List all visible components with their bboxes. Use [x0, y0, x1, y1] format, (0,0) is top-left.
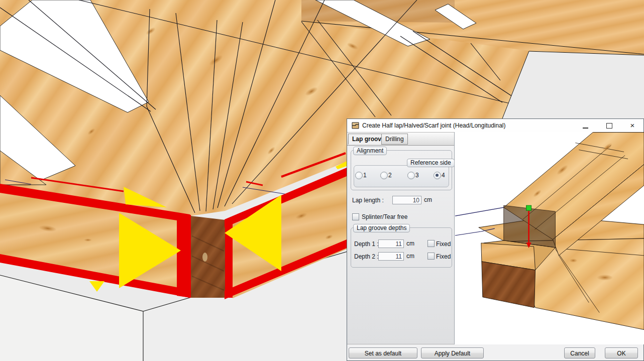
reference-side-radio-label-2: 2 [388, 172, 392, 179]
alignment-group-label: Alignment [353, 147, 387, 155]
depth1-unit: cm [406, 240, 414, 247]
app-window: Create Half lap/Halved/Scarf joint (Head… [0, 0, 644, 361]
reference-side-radio-label-3: 3 [415, 172, 419, 179]
drag-handle[interactable] [526, 205, 531, 210]
ok-button[interactable]: OK [605, 347, 638, 358]
tab-strip: Lap groove Drilling [347, 133, 454, 146]
reference-side-label: Reference side [407, 159, 455, 167]
lap-length-input[interactable] [392, 196, 421, 204]
reference-side-radio-label-4: 4 [442, 172, 445, 179]
depth2-input[interactable] [378, 252, 404, 261]
depth2-label: Depth 2 : [354, 253, 379, 260]
depth2-fixed-checkbox[interactable] [427, 253, 435, 260]
reference-side-radio-label-1: 1 [363, 172, 367, 179]
depth1-label: Depth 1 : [354, 240, 379, 248]
dialog-title: Create Half lap/Halved/Scarf joint (Head… [362, 122, 506, 129]
corner-post[interactable] [177, 213, 233, 298]
close-button[interactable]: × [625, 120, 639, 131]
joint-dialog-icon [352, 122, 359, 129]
reference-side-radio-2[interactable] [380, 172, 388, 179]
lap-length-label: Lap length : [352, 197, 384, 204]
splinter-label: Splinter/Tear free [362, 213, 407, 220]
reference-side-radio-1[interactable] [355, 172, 363, 179]
depth2-unit: cm [406, 253, 414, 260]
apply-default-button[interactable]: Apply Default [421, 347, 484, 358]
depth2-fixed-label: Fixed [436, 253, 451, 260]
dialog-button-bar: Set as default Apply Default Cancel OK [347, 344, 643, 360]
splinter-checkbox[interactable] [352, 213, 359, 220]
depth1-input[interactable] [378, 239, 404, 248]
depth-highlight-face [504, 205, 556, 248]
minimize-button[interactable] [578, 120, 592, 131]
tab-drilling[interactable]: Drilling [381, 134, 408, 145]
depth1-fixed-label: Fixed [436, 240, 451, 248]
joint-preview-panel[interactable] [454, 132, 644, 344]
depths-group-label: Lap groove depths [353, 224, 410, 232]
reference-side-radio-3[interactable] [407, 172, 415, 179]
depth1-fixed-checkbox[interactable] [427, 240, 435, 247]
set-as-default-button[interactable]: Set as default [349, 347, 417, 358]
lap-length-unit: cm [424, 196, 432, 203]
maximize-button[interactable] [602, 120, 616, 131]
reference-side-radio-4[interactable] [434, 172, 441, 179]
joint-dialog: Create Half lap/Halved/Scarf joint (Head… [347, 118, 644, 361]
settings-panel: Alignment Reference side Lap length : cm… [347, 146, 454, 344]
preview-beams[interactable] [479, 133, 644, 330]
dialog-titlebar[interactable]: Create Half lap/Halved/Scarf joint (Head… [347, 119, 643, 133]
cancel-button[interactable]: Cancel [564, 347, 595, 358]
